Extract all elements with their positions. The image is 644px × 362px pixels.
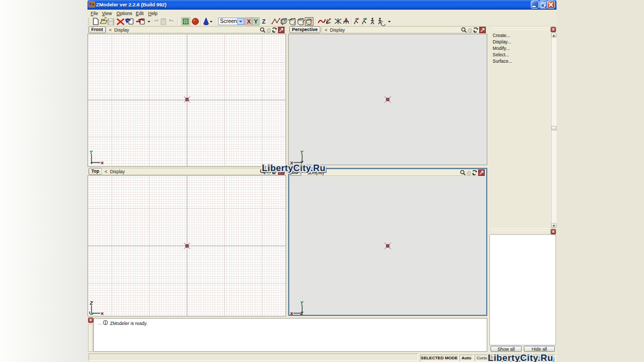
svg-text:Y: Y — [254, 18, 258, 25]
svg-text:X: X — [247, 18, 251, 25]
svg-text:Screen: Screen — [220, 18, 237, 24]
svg-text:Z: Z — [262, 18, 266, 25]
